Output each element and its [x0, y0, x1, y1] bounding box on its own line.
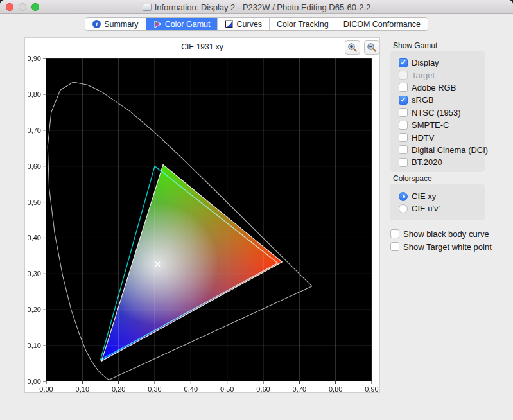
tab-label: Color Gamut [165, 20, 211, 29]
checkbox-unchecked[interactable] [399, 108, 408, 117]
checkbox-unchecked[interactable] [399, 83, 408, 92]
window-proxy-icon [143, 4, 152, 11]
x-tick-label: 0,70 [293, 385, 306, 393]
checkbox-unchecked[interactable] [399, 133, 408, 142]
window-title: Information: Display 2 - P232W / Photo E… [155, 3, 371, 12]
y-tick-label: 0,20 [28, 306, 41, 313]
show-gamut-group-box: ✓DisplayTargetAdobe RGB✓sRGBNTSC (1953)S… [390, 51, 485, 172]
checkbox-label: BT.2020 [412, 157, 442, 167]
x-tick-label: 0,30 [148, 385, 161, 393]
colorspace-option-cie-u-v-[interactable]: CIE u'v' [399, 202, 485, 214]
checkbox-label: sRGB [412, 95, 434, 105]
checkbox-checked[interactable]: ✓ [399, 58, 408, 67]
y-tick-label: 0,80 [28, 91, 41, 98]
checkbox-label: Display [412, 58, 439, 67]
checkbox-unchecked[interactable] [390, 229, 399, 238]
radio-label: CIE u'v' [412, 204, 440, 213]
radio-selected[interactable] [399, 192, 408, 201]
tab-color-tracking[interactable]: Color Tracking [270, 18, 336, 30]
x-tick-label: 0,60 [256, 385, 270, 393]
checkbox-label: Show black body curve [403, 229, 489, 239]
tab-color-gamut[interactable]: Color Gamut [146, 18, 218, 30]
checkbox-label: Show Target white point [403, 242, 492, 252]
gamut-option-bt-2020[interactable]: BT.2020 [399, 156, 485, 168]
y-tick-label: 0,50 [28, 198, 41, 206]
gamut-option-srgb[interactable]: ✓sRGB [399, 94, 485, 106]
x-tick-label: 0,10 [76, 385, 89, 393]
gamut-option-adobe-rgb[interactable]: Adobe RGB [399, 82, 485, 94]
checkbox-unchecked[interactable] [399, 158, 408, 167]
tab-bar: iSummaryColor GamutCurvesColor TrackingD… [0, 17, 513, 31]
colorspace-group-box: CIE xyCIE u'v' [390, 184, 485, 220]
checkbox-label: Target [412, 71, 435, 80]
gamut-triangle-icon [153, 20, 162, 28]
tab-segmented-control: iSummaryColor GamutCurvesColor TrackingD… [85, 17, 428, 31]
x-tick-label: 0,40 [184, 385, 198, 393]
checkbox-unchecked[interactable] [399, 121, 408, 130]
colorspace-option-cie-xy[interactable]: CIE xy [399, 190, 485, 202]
y-tick-label: 0,40 [28, 234, 41, 241]
y-tick-label: 0,60 [28, 162, 41, 170]
cie-chromaticity-chart: 0,000,000,100,100,200,200,300,300,400,40… [25, 38, 381, 394]
checkbox-unchecked[interactable] [390, 242, 399, 251]
tab-curves[interactable]: Curves [218, 18, 270, 30]
tab-label: Curves [236, 20, 262, 29]
gamut-option-smpte-c[interactable]: SMPTE-C [399, 119, 485, 131]
checkbox-unchecked [399, 71, 408, 80]
y-tick-label: 0,10 [28, 342, 41, 349]
x-tick-label: 0,80 [329, 385, 342, 393]
y-tick-label: 0,00 [28, 378, 41, 385]
y-tick-label: 0,90 [28, 55, 41, 62]
gamut-option-target: Target [399, 69, 485, 81]
x-tick-label: 0,90 [365, 385, 378, 393]
radio-label: CIE xy [412, 191, 436, 201]
x-tick-label: 0,50 [220, 385, 234, 393]
show-gamut-group-title: Show Gamut [393, 41, 437, 50]
checkbox-label: SMPTE-C [412, 120, 449, 130]
title-bar: Information: Display 2 - P232W / Photo E… [0, 0, 513, 14]
checkbox-checked[interactable]: ✓ [399, 96, 408, 105]
gamut-option-hdtv[interactable]: HDTV [399, 131, 485, 143]
tab-dicom-conformance[interactable]: DICOM Conformance [336, 18, 428, 30]
y-tick-label: 0,70 [28, 127, 41, 134]
checkbox-label: Digital Cinema (DCI) [412, 145, 488, 155]
gamut-option-digital-cinema-dci-[interactable]: Digital Cinema (DCI) [399, 144, 485, 156]
x-tick-label: 0,00 [39, 385, 53, 393]
colorspace-group-title: Colorspace [393, 174, 432, 183]
extra-options: Show black body curveShow Target white p… [390, 227, 492, 253]
tab-label: Color Tracking [277, 20, 329, 29]
checkbox-label: Adobe RGB [412, 83, 456, 92]
checkbox-label: HDTV [412, 133, 434, 143]
info-icon: i [92, 20, 101, 28]
tab-label: DICOM Conformance [343, 20, 421, 29]
checkbox-unchecked[interactable] [399, 145, 408, 154]
radio-unselected[interactable] [399, 204, 408, 213]
curves-icon [225, 20, 233, 28]
y-tick-label: 0,30 [28, 270, 41, 277]
tab-summary[interactable]: iSummary [85, 18, 146, 30]
checkbox-label: NTSC (1953) [412, 108, 461, 118]
chart-panel: CIE 1931 xy 0,000,000,100,100,200,200,30… [24, 37, 380, 393]
gamut-option-ntsc-1953-[interactable]: NTSC (1953) [399, 107, 485, 119]
tab-label: Summary [104, 20, 138, 29]
x-tick-label: 0,20 [112, 385, 125, 393]
option-show-black-body-curve[interactable]: Show black body curve [390, 227, 492, 240]
option-show-target-white-point[interactable]: Show Target white point [390, 240, 492, 253]
app-window: Information: Display 2 - P232W / Photo E… [0, 0, 513, 420]
gamut-option-display[interactable]: ✓Display [399, 57, 485, 69]
